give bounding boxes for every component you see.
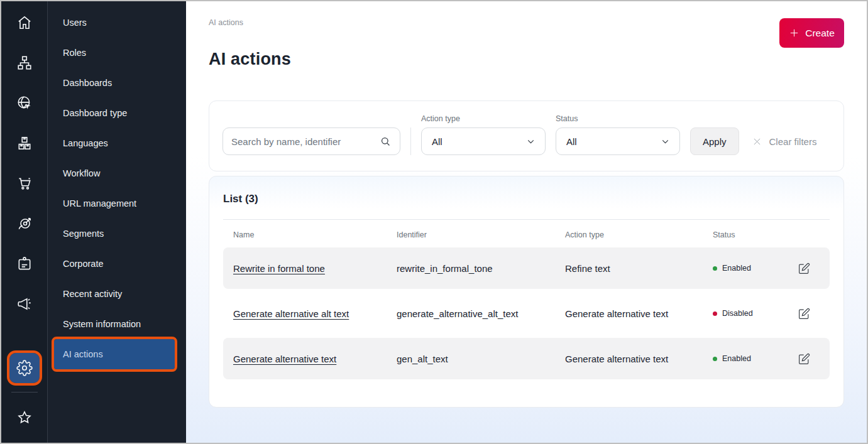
page-title: AI actions (209, 50, 844, 69)
status-dot (713, 266, 717, 271)
home-icon (16, 14, 33, 31)
status-dot (713, 311, 717, 316)
rail-bottom-group (4, 353, 45, 438)
breadcrumb: AI actions (209, 18, 844, 27)
column-header-status: Status (713, 230, 798, 239)
list-title: List (3) (223, 193, 830, 205)
row-identifier-cell: gen_alt_text (397, 354, 565, 364)
action-type-select[interactable]: All (421, 127, 546, 155)
rail-item-settings[interactable] (9, 353, 40, 383)
rail-item-marketing[interactable] (4, 284, 45, 324)
edit-button[interactable] (798, 308, 820, 320)
chevron-down-icon (660, 136, 671, 147)
table-row: Rewrite in formal tone rewrite_in_formal… (223, 247, 830, 289)
rail-item-modules[interactable] (4, 123, 45, 163)
clear-filters-label: Clear filters (769, 136, 817, 147)
sidebar-item-users[interactable]: Users (48, 8, 186, 38)
rail-divider (11, 392, 38, 393)
status-select[interactable]: All (556, 127, 680, 155)
sidebar-item-system-information[interactable]: System information (48, 309, 186, 339)
edit-button[interactable] (798, 353, 820, 365)
create-button-label: Create (805, 28, 835, 39)
table-row: Generate alternative alt text generate_a… (223, 293, 830, 334)
status-label: Status (556, 114, 680, 123)
status-badge: Disabled (722, 309, 753, 318)
row-name-link[interactable]: Rewrite in formal tone (233, 263, 325, 274)
action-type-label: Action type (421, 114, 546, 123)
create-button[interactable]: Create (779, 18, 844, 48)
table-header: Name Identifier Action type Status (223, 220, 830, 247)
status-badge: Enabled (722, 354, 751, 363)
sidebar-item-roles[interactable]: Roles (48, 38, 186, 68)
icon-rail (1, 1, 48, 443)
star-icon (16, 409, 33, 426)
rail-item-activities[interactable] (4, 203, 45, 244)
column-header-action-type: Action type (565, 230, 713, 239)
row-action-type-cell: Generate alternative text (565, 354, 713, 364)
sidebar-item-workflow[interactable]: Workflow (48, 158, 186, 188)
column-header-name: Name (233, 230, 397, 239)
sidebar-item-dashboards[interactable]: Dashboards (48, 68, 186, 98)
sidebar-item-dashboard-type[interactable]: Dashboard type (48, 98, 186, 128)
sidebar-item-segments[interactable]: Segments (48, 219, 186, 249)
action-type-value: All (432, 136, 442, 147)
rail-item-home[interactable] (4, 3, 45, 43)
globe-pointer-icon (16, 95, 33, 111)
edit-icon (798, 308, 810, 320)
boxes-icon (16, 135, 33, 151)
gear-icon (16, 360, 33, 376)
close-icon (752, 136, 762, 147)
sidebar-item-recent-activity[interactable]: Recent activity (48, 279, 186, 309)
action-type-filter: Action type All (421, 114, 546, 155)
row-action-type-cell: Refine text (565, 263, 713, 274)
sidebar-item-languages[interactable]: Languages (48, 128, 186, 158)
filter-card: Action type All Status All Apply Clear f… (209, 100, 844, 171)
settings-sidebar: Users Roles Dashboards Dashboard type La… (48, 1, 186, 443)
list-card: List (3) Name Identifier Action type Sta… (209, 176, 844, 408)
status-dot (713, 357, 717, 361)
search-icon (380, 136, 392, 148)
row-status-cell: Enabled (713, 354, 798, 363)
row-name-cell: Generate alternative text (233, 354, 397, 364)
row-name-cell: Generate alternative alt text (233, 308, 397, 319)
search-field[interactable] (222, 127, 400, 155)
edit-icon (798, 263, 810, 274)
row-name-cell: Rewrite in formal tone (233, 263, 397, 274)
sidebar-item-corporate[interactable]: Corporate (48, 249, 186, 279)
row-identifier-cell: generate_alternative_alt_text (397, 308, 565, 319)
status-badge: Enabled (722, 264, 751, 273)
search-input[interactable] (231, 136, 380, 147)
column-header-identifier: Identifier (397, 230, 565, 239)
sidebar-item-url-management[interactable]: URL management (48, 188, 186, 219)
megaphone-icon (16, 296, 33, 312)
target-arrow-icon (16, 215, 33, 232)
id-badge-icon (16, 256, 33, 272)
edit-icon (798, 353, 810, 365)
rail-item-favorites[interactable] (4, 398, 45, 438)
cart-icon (16, 175, 33, 192)
row-status-cell: Enabled (713, 264, 798, 273)
sitemap-icon (16, 55, 33, 71)
row-name-link[interactable]: Generate alternative alt text (233, 308, 349, 319)
main-content: AI actions Create AI actions Action type… (186, 1, 867, 443)
apply-button[interactable]: Apply (690, 127, 739, 155)
filter-divider (410, 127, 411, 155)
clear-filters-button[interactable]: Clear filters (749, 127, 820, 155)
plus-icon (789, 28, 799, 38)
row-status-cell: Disabled (713, 309, 798, 318)
table-row: Generate alternative text gen_alt_text G… (223, 338, 830, 379)
row-action-type-cell: Generate alternative text (565, 308, 713, 319)
edit-button[interactable] (798, 263, 820, 274)
chevron-down-icon (525, 136, 536, 147)
rail-item-structure[interactable] (4, 43, 45, 83)
rail-item-contacts[interactable] (4, 244, 45, 284)
status-value: All (566, 136, 577, 147)
row-identifier-cell: rewrite_in_formal_tone (397, 263, 565, 274)
row-name-link[interactable]: Generate alternative text (233, 354, 336, 364)
sidebar-item-ai-actions[interactable]: AI actions (54, 339, 175, 369)
rail-item-commerce[interactable] (4, 163, 45, 203)
rail-item-channels[interactable] (4, 83, 45, 123)
status-filter: Status All (556, 114, 680, 155)
app-window: Users Roles Dashboards Dashboard type La… (0, 0, 868, 444)
